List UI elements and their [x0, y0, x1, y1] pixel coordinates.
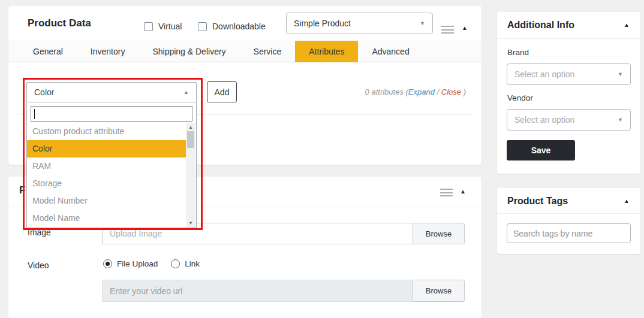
attribute-select[interactable]: Color ▲ — [26, 82, 197, 102]
tab-service[interactable]: Service — [240, 41, 296, 62]
brand-select[interactable]: Select an option ▼ — [507, 63, 631, 85]
attribute-options-list: Custom product attribute Color RAM Stora… — [27, 123, 186, 227]
virtual-checkbox-group: Virtual — [144, 22, 182, 31]
additional-info-title: Additional Info — [507, 20, 574, 31]
collapse-panel-icon[interactable]: ▲ — [460, 188, 466, 195]
vendor-select[interactable]: Select an option ▼ — [507, 109, 631, 131]
image-browse-button[interactable]: Browse — [413, 223, 465, 244]
virtual-checkbox[interactable] — [144, 22, 153, 31]
vendor-select-placeholder: Select an option — [514, 115, 574, 125]
video-field-label: Video — [28, 261, 49, 270]
collapse-panel-icon[interactable]: ▲ — [624, 198, 630, 204]
video-browse-button[interactable]: Browse — [413, 280, 465, 302]
drag-handle-icon[interactable] — [440, 189, 453, 196]
dropdown-scrollbar[interactable]: ▲ ▼ — [186, 123, 195, 228]
panel-title: Product Data — [28, 17, 91, 29]
scroll-down-icon[interactable]: ▼ — [186, 220, 195, 226]
drag-handle-icon[interactable] — [441, 26, 454, 34]
caret-down-icon: ▼ — [618, 117, 623, 123]
attribute-search-input[interactable] — [31, 106, 192, 122]
text-cursor — [34, 109, 35, 119]
save-button[interactable]: Save — [507, 140, 575, 160]
additional-info-panel: Additional Info ▲ Brand Select an option… — [497, 12, 640, 174]
downloadable-checkbox[interactable] — [198, 22, 207, 31]
option-color[interactable]: Color — [27, 140, 186, 158]
scrollbar-thumb[interactable] — [187, 131, 194, 148]
product-tags-divider — [497, 213, 640, 214]
video-source-radios: File Upload Link — [103, 259, 213, 268]
scroll-up-icon[interactable]: ▲ — [186, 125, 195, 130]
product-type-value: Simple Product — [294, 19, 351, 28]
attributes-summary: 0 attributes (Expand / Close ) — [365, 87, 466, 96]
tab-shipping-delivery[interactable]: Shipping & Delivery — [139, 41, 239, 62]
collapse-panel-icon[interactable]: ▲ — [624, 22, 630, 28]
video-url-input[interactable] — [102, 280, 413, 302]
caret-down-icon: ▼ — [420, 20, 425, 26]
option-ram[interactable]: RAM — [27, 158, 186, 175]
summary-suffix: ) — [461, 87, 466, 96]
link-radio[interactable] — [171, 259, 180, 268]
caret-up-icon: ▲ — [183, 89, 189, 95]
option-storage[interactable]: Storage — [27, 175, 186, 192]
attributes-count-text: 0 attributes ( — [365, 87, 408, 96]
tab-general[interactable]: General — [19, 41, 77, 62]
product-type-select[interactable]: Simple Product ▼ — [286, 13, 433, 34]
expand-link[interactable]: Expand — [408, 87, 435, 96]
attribute-dropdown-panel: Custom product attribute Color RAM Stora… — [26, 102, 197, 228]
additional-info-divider — [497, 38, 640, 39]
option-custom-product-attribute[interactable]: Custom product attribute — [27, 123, 186, 140]
option-model-name[interactable]: Model Name — [27, 210, 186, 227]
tags-search-input[interactable] — [507, 223, 631, 243]
link-radio-label: Link — [185, 259, 200, 268]
product-tags-title: Product Tags — [507, 196, 568, 207]
tab-attributes[interactable]: Attributes — [295, 41, 358, 62]
brand-select-placeholder: Select an option — [514, 69, 574, 79]
caret-down-icon: ▼ — [618, 71, 623, 77]
file-upload-radio-label: File Upload — [117, 259, 158, 268]
file-upload-radio[interactable] — [103, 259, 112, 268]
summary-separator: / — [435, 87, 441, 96]
downloadable-checkbox-group: Downloadable — [198, 22, 266, 31]
product-tags-panel: Product Tags ▲ — [497, 188, 640, 254]
attribute-select-value: Color — [34, 87, 54, 97]
downloadable-checkbox-label: Downloadable — [212, 22, 266, 31]
vendor-label: Vendor — [507, 93, 533, 102]
option-model-number[interactable]: Model Number — [27, 192, 186, 210]
tab-advanced[interactable]: Advanced — [358, 41, 423, 62]
collapse-panel-icon[interactable]: ▲ — [462, 25, 468, 31]
virtual-checkbox-label: Virtual — [158, 22, 182, 31]
product-data-tabs: General Inventory Shipping & Delivery Se… — [8, 41, 482, 62]
tab-inventory[interactable]: Inventory — [77, 41, 139, 62]
add-attribute-button[interactable]: Add — [207, 81, 237, 102]
close-link[interactable]: Close — [441, 87, 461, 96]
brand-label: Brand — [507, 48, 529, 57]
